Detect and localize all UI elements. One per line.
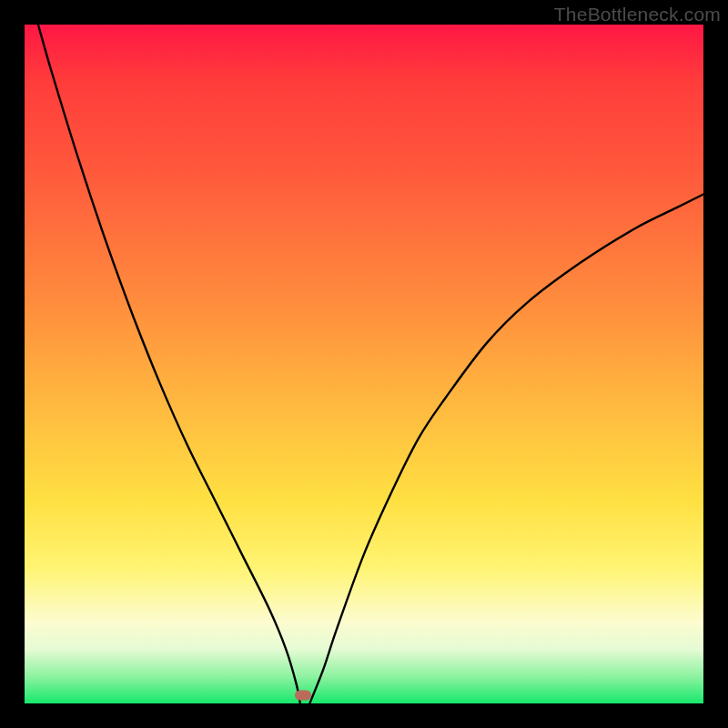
- bottleneck-curve: [25, 25, 703, 703]
- watermark-text: TheBottleneck.com: [554, 4, 721, 25]
- plot-area: [25, 25, 703, 703]
- minimum-marker: [295, 691, 311, 701]
- chart-frame: TheBottleneck.com: [0, 0, 728, 728]
